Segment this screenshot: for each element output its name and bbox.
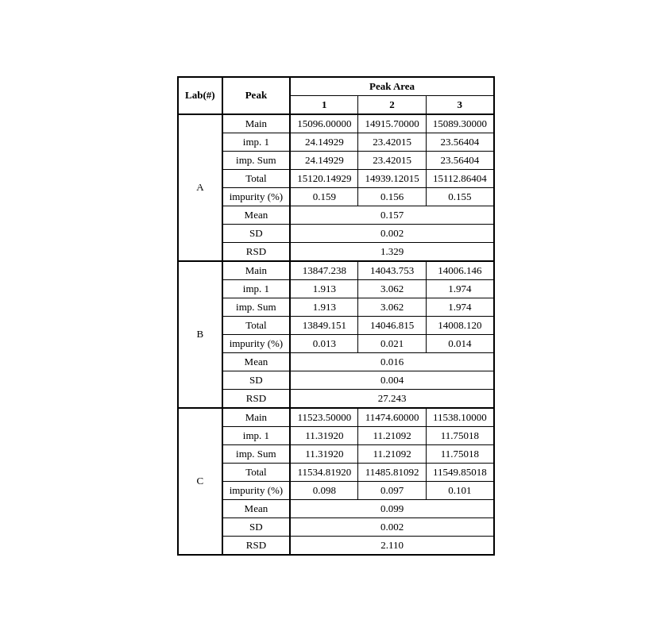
value-cell: 14915.70000	[358, 114, 426, 133]
table-row: imp. 11.9133.0621.974	[178, 279, 494, 298]
value-cell: 0.014	[426, 334, 494, 352]
peak-cell: impurity (%)	[222, 481, 291, 499]
value-cell: 0.101	[426, 481, 494, 499]
peak-cell: Main	[222, 114, 291, 133]
value-cell: 24.14929	[290, 151, 358, 169]
value-cell: 23.56404	[426, 151, 494, 169]
peak-cell: RSD	[222, 242, 291, 261]
value-cell: 14046.815	[358, 316, 426, 334]
table-row: Total11534.8192011485.8109211549.85018	[178, 463, 494, 481]
value-cell: 11.75018	[426, 426, 494, 444]
table-row: SD0.002	[178, 224, 494, 242]
table-row: Mean0.157	[178, 206, 494, 224]
peak-header: Peak	[222, 77, 291, 114]
peak-cell: RSD	[222, 389, 291, 408]
peak-cell: impurity (%)	[222, 334, 291, 352]
table-row: AMain15096.0000014915.7000015089.30000	[178, 114, 494, 133]
peak-cell: imp. Sum	[222, 298, 291, 316]
merged-value-cell: 0.002	[290, 517, 494, 536]
value-cell: 14006.146	[426, 261, 494, 280]
value-cell: 0.155	[426, 187, 494, 206]
value-cell: 1.974	[426, 298, 494, 316]
peak-cell: imp. 1	[222, 426, 291, 444]
peak-cell: SD	[222, 371, 291, 389]
merged-value-cell: 0.002	[290, 224, 494, 242]
merged-value-cell: 1.329	[290, 242, 494, 261]
lab-cell: A	[178, 114, 222, 261]
table-row: impurity (%)0.0130.0210.014	[178, 334, 494, 352]
value-cell: 0.021	[358, 334, 426, 352]
value-cell: 13847.238	[290, 261, 358, 280]
data-table: Lab(#) Peak Peak Area 1 2 3 AMain15096.0…	[177, 76, 495, 556]
peak-cell: SD	[222, 224, 291, 242]
value-cell: 14043.753	[358, 261, 426, 280]
value-cell: 13849.151	[290, 316, 358, 334]
value-cell: 0.097	[358, 481, 426, 499]
value-cell: 11538.10000	[426, 408, 494, 427]
value-cell: 11.21092	[358, 426, 426, 444]
value-cell: 14939.12015	[358, 169, 426, 187]
value-cell: 1.974	[426, 279, 494, 298]
table-row: imp. 124.1492923.4201523.56404	[178, 133, 494, 151]
table-row: imp. Sum24.1492923.4201523.56404	[178, 151, 494, 169]
value-cell: 3.062	[358, 279, 426, 298]
value-cell: 24.14929	[290, 133, 358, 151]
table-row: impurity (%)0.1590.1560.155	[178, 187, 494, 206]
value-cell: 3.062	[358, 298, 426, 316]
peak-cell: Main	[222, 261, 291, 280]
col3-header: 3	[426, 95, 494, 114]
lab-header: Lab(#)	[178, 77, 222, 114]
value-cell: 23.56404	[426, 133, 494, 151]
table-row: CMain11523.5000011474.6000011538.10000	[178, 408, 494, 427]
peak-cell: Mean	[222, 499, 291, 517]
peak-area-header: Peak Area	[290, 77, 494, 96]
value-cell: 15112.86404	[426, 169, 494, 187]
value-cell: 11.31920	[290, 444, 358, 463]
merged-value-cell: 0.157	[290, 206, 494, 224]
table-row: Total13849.15114046.81514008.120	[178, 316, 494, 334]
value-cell: 15120.14929	[290, 169, 358, 187]
value-cell: 11474.60000	[358, 408, 426, 427]
merged-value-cell: 0.099	[290, 499, 494, 517]
value-cell: 0.159	[290, 187, 358, 206]
header-row-1: Lab(#) Peak Peak Area	[178, 77, 494, 96]
lab-cell: B	[178, 261, 222, 408]
value-cell: 11534.81920	[290, 463, 358, 481]
table-wrapper: Lab(#) Peak Peak Area 1 2 3 AMain15096.0…	[161, 60, 511, 571]
peak-cell: impurity (%)	[222, 187, 291, 206]
peak-cell: Main	[222, 408, 291, 427]
value-cell: 1.913	[290, 279, 358, 298]
value-cell: 14008.120	[426, 316, 494, 334]
value-cell: 15089.30000	[426, 114, 494, 133]
table-row: Total15120.1492914939.1201515112.86404	[178, 169, 494, 187]
peak-cell: Total	[222, 169, 291, 187]
peak-cell: SD	[222, 517, 291, 536]
table-row: BMain13847.23814043.75314006.146	[178, 261, 494, 280]
value-cell: 0.156	[358, 187, 426, 206]
value-cell: 11.75018	[426, 444, 494, 463]
value-cell: 15096.00000	[290, 114, 358, 133]
table-row: RSD27.243	[178, 389, 494, 408]
table-row: RSD2.110	[178, 536, 494, 555]
merged-value-cell: 2.110	[290, 536, 494, 555]
peak-cell: Mean	[222, 206, 291, 224]
peak-cell: RSD	[222, 536, 291, 555]
lab-cell: C	[178, 408, 222, 555]
value-cell: 11523.50000	[290, 408, 358, 427]
col1-header: 1	[290, 95, 358, 114]
table-row: imp. 111.3192011.2109211.75018	[178, 426, 494, 444]
table-row: impurity (%)0.0980.0970.101	[178, 481, 494, 499]
value-cell: 11.21092	[358, 444, 426, 463]
value-cell: 23.42015	[358, 151, 426, 169]
peak-cell: imp. 1	[222, 279, 291, 298]
value-cell: 11549.85018	[426, 463, 494, 481]
value-cell: 11.31920	[290, 426, 358, 444]
table-row: imp. Sum11.3192011.2109211.75018	[178, 444, 494, 463]
peak-cell: imp. 1	[222, 133, 291, 151]
table-row: SD0.002	[178, 517, 494, 536]
col2-header: 2	[358, 95, 426, 114]
value-cell: 23.42015	[358, 133, 426, 151]
peak-cell: imp. Sum	[222, 444, 291, 463]
merged-value-cell: 0.004	[290, 371, 494, 389]
value-cell: 11485.81092	[358, 463, 426, 481]
